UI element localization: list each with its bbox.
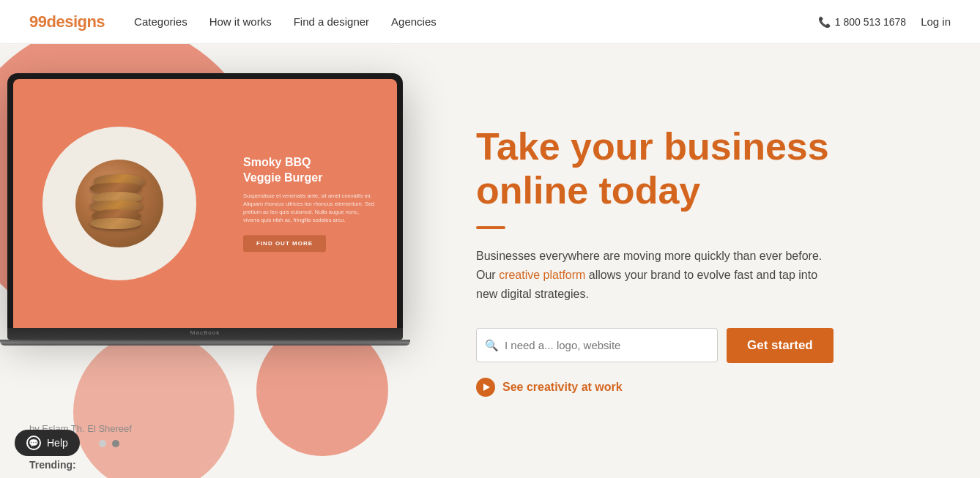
trending-label: Trending: — [29, 459, 76, 471]
hero-title: Take your business online today — [476, 125, 936, 213]
laptop-hinge — [0, 340, 410, 346]
screen-cta-button[interactable]: FIND OUT MORE — [243, 235, 326, 252]
nav-links: Categories How it works Find a designer … — [134, 15, 818, 28]
phone-icon: 📞 — [818, 16, 831, 28]
nav-how-it-works[interactable]: How it works — [209, 15, 272, 28]
screen-product-desc: Suspendisse et venenatis ante, sit amet … — [243, 192, 375, 225]
help-button[interactable]: 💬 Help — [15, 430, 80, 456]
logo-text: 99designs — [29, 12, 105, 31]
hero-description: Businesses everywhere are moving more qu… — [476, 247, 835, 305]
navigation: 99designs Categories How it works Find a… — [0, 0, 980, 44]
decorative-circle-3 — [73, 332, 234, 478]
hero-title-line1: Take your business — [476, 125, 829, 168]
nav-find-designer[interactable]: Find a designer — [294, 15, 369, 28]
help-icon: 💬 — [26, 436, 41, 450]
nav-right: 📞 1 800 513 1678 Log in — [818, 15, 951, 28]
burger-plate-image — [75, 160, 163, 247]
help-label: Help — [47, 437, 68, 449]
main-content: Smoky BBQVeggie Burger Suspendisse et ve… — [0, 44, 980, 478]
screen-product-title: Smoky BBQVeggie Burger — [243, 155, 375, 186]
get-started-button[interactable]: Get started — [727, 328, 834, 363]
dot-2[interactable] — [112, 440, 119, 447]
play-icon — [476, 378, 495, 397]
hero-title-line2: online today — [476, 169, 700, 212]
screen-product-text: Smoky BBQVeggie Burger Suspendisse et ve… — [243, 155, 375, 252]
nav-categories[interactable]: Categories — [134, 15, 188, 28]
search-row: 🔍 Get started — [476, 328, 936, 363]
search-input-wrapper: 🔍 — [476, 328, 718, 362]
dot-1[interactable] — [99, 440, 106, 447]
slide-dots — [99, 440, 119, 447]
hero-divider — [476, 226, 505, 229]
phone-number: 📞 1 800 513 1678 — [818, 16, 906, 28]
login-link[interactable]: Log in — [921, 15, 951, 28]
laptop-screen: Smoky BBQVeggie Burger Suspendisse et ve… — [7, 73, 403, 328]
burger-visual — [61, 145, 178, 262]
creativity-link-label: See creativity at work — [502, 381, 623, 394]
laptop-mockup: Smoky BBQVeggie Burger Suspendisse et ve… — [7, 73, 439, 346]
logo: 99designs — [29, 12, 105, 31]
creative-platform-link[interactable]: creative platform — [499, 269, 585, 281]
product-image — [42, 127, 196, 280]
nav-agencies[interactable]: Agencies — [391, 15, 437, 28]
right-panel: Take your business online today Business… — [454, 44, 980, 478]
search-icon: 🔍 — [485, 339, 499, 352]
creativity-at-work-link[interactable]: See creativity at work — [476, 378, 936, 397]
screen-content: Smoky BBQVeggie Burger Suspendisse et ve… — [13, 79, 397, 328]
laptop-base — [7, 328, 403, 340]
left-panel: Smoky BBQVeggie Burger Suspendisse et ve… — [0, 44, 454, 478]
search-input[interactable] — [476, 328, 718, 362]
